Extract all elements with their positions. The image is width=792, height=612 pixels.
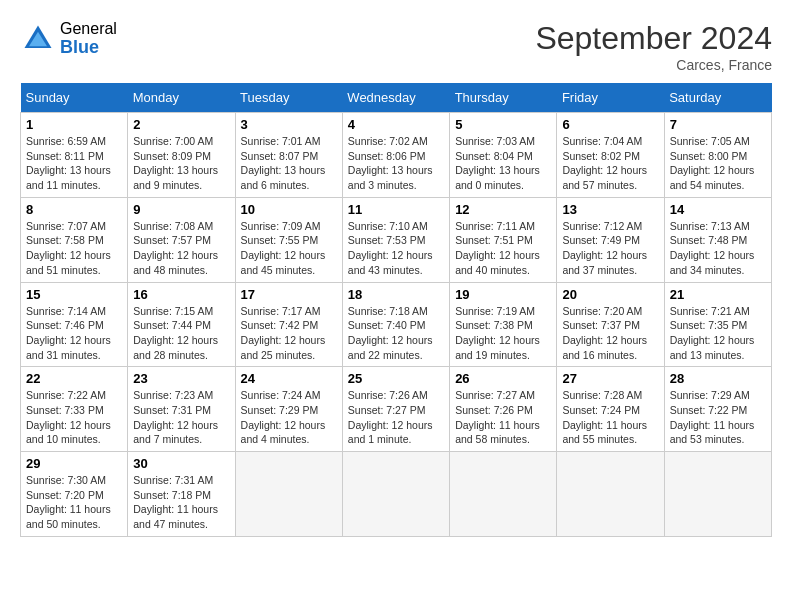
day-number: 17 bbox=[241, 287, 337, 302]
day-info: Sunrise: 6:59 AMSunset: 8:11 PMDaylight:… bbox=[26, 134, 122, 193]
calendar-cell: 22Sunrise: 7:22 AMSunset: 7:33 PMDayligh… bbox=[21, 367, 128, 452]
logo-blue: Blue bbox=[60, 38, 117, 58]
header-saturday: Saturday bbox=[664, 83, 771, 113]
location-subtitle: Carces, France bbox=[535, 57, 772, 73]
header-monday: Monday bbox=[128, 83, 235, 113]
day-number: 29 bbox=[26, 456, 122, 471]
day-info: Sunrise: 7:10 AMSunset: 7:53 PMDaylight:… bbox=[348, 219, 444, 278]
header-wednesday: Wednesday bbox=[342, 83, 449, 113]
day-number: 22 bbox=[26, 371, 122, 386]
day-info: Sunrise: 7:26 AMSunset: 7:27 PMDaylight:… bbox=[348, 388, 444, 447]
logo-text: General Blue bbox=[60, 20, 117, 57]
calendar-cell: 24Sunrise: 7:24 AMSunset: 7:29 PMDayligh… bbox=[235, 367, 342, 452]
calendar-cell: 5Sunrise: 7:03 AMSunset: 8:04 PMDaylight… bbox=[450, 113, 557, 198]
calendar-cell: 7Sunrise: 7:05 AMSunset: 8:00 PMDaylight… bbox=[664, 113, 771, 198]
day-number: 7 bbox=[670, 117, 766, 132]
calendar-week-5: 29Sunrise: 7:30 AMSunset: 7:20 PMDayligh… bbox=[21, 452, 772, 537]
day-number: 26 bbox=[455, 371, 551, 386]
day-info: Sunrise: 7:03 AMSunset: 8:04 PMDaylight:… bbox=[455, 134, 551, 193]
day-number: 6 bbox=[562, 117, 658, 132]
calendar-cell bbox=[664, 452, 771, 537]
day-info: Sunrise: 7:22 AMSunset: 7:33 PMDaylight:… bbox=[26, 388, 122, 447]
day-number: 23 bbox=[133, 371, 229, 386]
calendar-cell bbox=[342, 452, 449, 537]
day-info: Sunrise: 7:02 AMSunset: 8:06 PMDaylight:… bbox=[348, 134, 444, 193]
day-number: 9 bbox=[133, 202, 229, 217]
day-info: Sunrise: 7:15 AMSunset: 7:44 PMDaylight:… bbox=[133, 304, 229, 363]
day-info: Sunrise: 7:18 AMSunset: 7:40 PMDaylight:… bbox=[348, 304, 444, 363]
day-number: 16 bbox=[133, 287, 229, 302]
calendar-cell: 28Sunrise: 7:29 AMSunset: 7:22 PMDayligh… bbox=[664, 367, 771, 452]
calendar-cell: 27Sunrise: 7:28 AMSunset: 7:24 PMDayligh… bbox=[557, 367, 664, 452]
calendar-cell: 30Sunrise: 7:31 AMSunset: 7:18 PMDayligh… bbox=[128, 452, 235, 537]
header-sunday: Sunday bbox=[21, 83, 128, 113]
calendar-cell bbox=[450, 452, 557, 537]
day-info: Sunrise: 7:28 AMSunset: 7:24 PMDaylight:… bbox=[562, 388, 658, 447]
day-info: Sunrise: 7:01 AMSunset: 8:07 PMDaylight:… bbox=[241, 134, 337, 193]
calendar-cell: 3Sunrise: 7:01 AMSunset: 8:07 PMDaylight… bbox=[235, 113, 342, 198]
day-number: 8 bbox=[26, 202, 122, 217]
calendar-cell: 4Sunrise: 7:02 AMSunset: 8:06 PMDaylight… bbox=[342, 113, 449, 198]
calendar-table: SundayMondayTuesdayWednesdayThursdayFrid… bbox=[20, 83, 772, 537]
calendar-cell: 26Sunrise: 7:27 AMSunset: 7:26 PMDayligh… bbox=[450, 367, 557, 452]
day-number: 1 bbox=[26, 117, 122, 132]
month-title: September 2024 bbox=[535, 20, 772, 57]
day-info: Sunrise: 7:17 AMSunset: 7:42 PMDaylight:… bbox=[241, 304, 337, 363]
calendar-cell: 23Sunrise: 7:23 AMSunset: 7:31 PMDayligh… bbox=[128, 367, 235, 452]
title-block: September 2024 Carces, France bbox=[535, 20, 772, 73]
day-info: Sunrise: 7:07 AMSunset: 7:58 PMDaylight:… bbox=[26, 219, 122, 278]
logo: General Blue bbox=[20, 20, 117, 57]
day-number: 3 bbox=[241, 117, 337, 132]
day-info: Sunrise: 7:09 AMSunset: 7:55 PMDaylight:… bbox=[241, 219, 337, 278]
day-number: 27 bbox=[562, 371, 658, 386]
day-number: 18 bbox=[348, 287, 444, 302]
calendar-cell: 1Sunrise: 6:59 AMSunset: 8:11 PMDaylight… bbox=[21, 113, 128, 198]
calendar-week-2: 8Sunrise: 7:07 AMSunset: 7:58 PMDaylight… bbox=[21, 197, 772, 282]
day-number: 19 bbox=[455, 287, 551, 302]
calendar-cell bbox=[557, 452, 664, 537]
calendar-cell: 12Sunrise: 7:11 AMSunset: 7:51 PMDayligh… bbox=[450, 197, 557, 282]
logo-general: General bbox=[60, 20, 117, 38]
day-number: 15 bbox=[26, 287, 122, 302]
day-info: Sunrise: 7:30 AMSunset: 7:20 PMDaylight:… bbox=[26, 473, 122, 532]
day-number: 10 bbox=[241, 202, 337, 217]
day-number: 14 bbox=[670, 202, 766, 217]
calendar-cell: 2Sunrise: 7:00 AMSunset: 8:09 PMDaylight… bbox=[128, 113, 235, 198]
day-info: Sunrise: 7:13 AMSunset: 7:48 PMDaylight:… bbox=[670, 219, 766, 278]
day-number: 20 bbox=[562, 287, 658, 302]
day-info: Sunrise: 7:00 AMSunset: 8:09 PMDaylight:… bbox=[133, 134, 229, 193]
calendar-cell: 19Sunrise: 7:19 AMSunset: 7:38 PMDayligh… bbox=[450, 282, 557, 367]
page-header: General Blue September 2024 Carces, Fran… bbox=[20, 20, 772, 73]
day-number: 12 bbox=[455, 202, 551, 217]
calendar-week-1: 1Sunrise: 6:59 AMSunset: 8:11 PMDaylight… bbox=[21, 113, 772, 198]
calendar-cell: 8Sunrise: 7:07 AMSunset: 7:58 PMDaylight… bbox=[21, 197, 128, 282]
day-info: Sunrise: 7:05 AMSunset: 8:00 PMDaylight:… bbox=[670, 134, 766, 193]
calendar-header-row: SundayMondayTuesdayWednesdayThursdayFrid… bbox=[21, 83, 772, 113]
day-info: Sunrise: 7:29 AMSunset: 7:22 PMDaylight:… bbox=[670, 388, 766, 447]
day-number: 24 bbox=[241, 371, 337, 386]
calendar-cell: 13Sunrise: 7:12 AMSunset: 7:49 PMDayligh… bbox=[557, 197, 664, 282]
day-number: 5 bbox=[455, 117, 551, 132]
day-info: Sunrise: 7:19 AMSunset: 7:38 PMDaylight:… bbox=[455, 304, 551, 363]
calendar-week-4: 22Sunrise: 7:22 AMSunset: 7:33 PMDayligh… bbox=[21, 367, 772, 452]
day-info: Sunrise: 7:23 AMSunset: 7:31 PMDaylight:… bbox=[133, 388, 229, 447]
day-info: Sunrise: 7:20 AMSunset: 7:37 PMDaylight:… bbox=[562, 304, 658, 363]
day-number: 11 bbox=[348, 202, 444, 217]
calendar-cell: 20Sunrise: 7:20 AMSunset: 7:37 PMDayligh… bbox=[557, 282, 664, 367]
day-info: Sunrise: 7:04 AMSunset: 8:02 PMDaylight:… bbox=[562, 134, 658, 193]
calendar-cell: 14Sunrise: 7:13 AMSunset: 7:48 PMDayligh… bbox=[664, 197, 771, 282]
day-number: 21 bbox=[670, 287, 766, 302]
calendar-cell: 17Sunrise: 7:17 AMSunset: 7:42 PMDayligh… bbox=[235, 282, 342, 367]
calendar-cell: 6Sunrise: 7:04 AMSunset: 8:02 PMDaylight… bbox=[557, 113, 664, 198]
logo-icon bbox=[20, 21, 56, 57]
header-thursday: Thursday bbox=[450, 83, 557, 113]
day-number: 25 bbox=[348, 371, 444, 386]
calendar-week-3: 15Sunrise: 7:14 AMSunset: 7:46 PMDayligh… bbox=[21, 282, 772, 367]
day-number: 30 bbox=[133, 456, 229, 471]
day-info: Sunrise: 7:21 AMSunset: 7:35 PMDaylight:… bbox=[670, 304, 766, 363]
calendar-cell bbox=[235, 452, 342, 537]
calendar-cell: 10Sunrise: 7:09 AMSunset: 7:55 PMDayligh… bbox=[235, 197, 342, 282]
day-info: Sunrise: 7:31 AMSunset: 7:18 PMDaylight:… bbox=[133, 473, 229, 532]
calendar-cell: 18Sunrise: 7:18 AMSunset: 7:40 PMDayligh… bbox=[342, 282, 449, 367]
day-info: Sunrise: 7:24 AMSunset: 7:29 PMDaylight:… bbox=[241, 388, 337, 447]
